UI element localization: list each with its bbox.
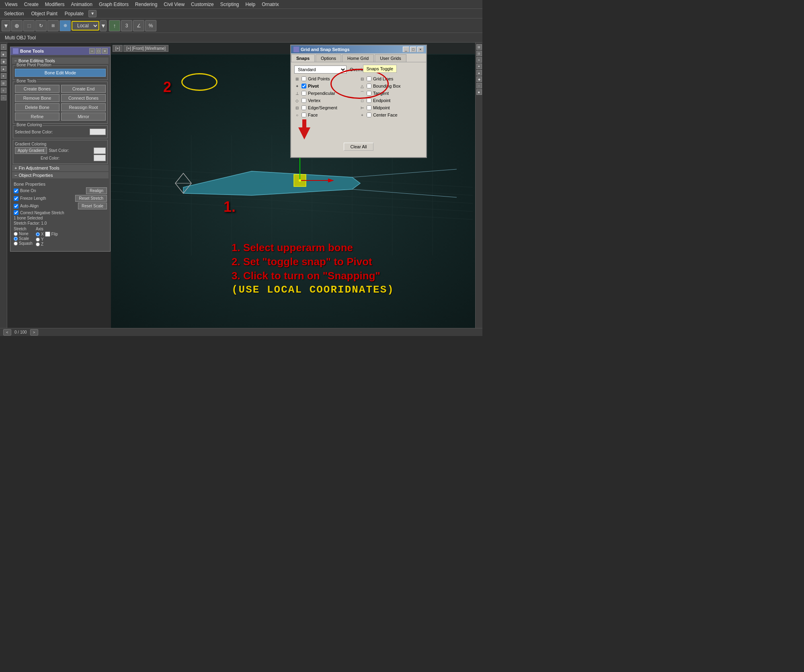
create-bones-btn[interactable]: Create Bones bbox=[15, 85, 59, 93]
right-sidebar-icon-3[interactable]: ≡ bbox=[476, 57, 482, 63]
menu-help[interactable]: Help bbox=[242, 1, 258, 8]
endpoint-checkbox[interactable] bbox=[367, 98, 371, 103]
toolbar-populate[interactable]: Populate bbox=[62, 10, 86, 17]
snap-dialog-close-btn[interactable]: × bbox=[417, 47, 424, 52]
sidebar-icon-8[interactable]: ○ bbox=[1, 95, 6, 100]
sidebar-icon-2[interactable]: ■ bbox=[1, 51, 6, 57]
bone-edit-mode-btn[interactable]: Bone Edit Mode bbox=[15, 69, 106, 77]
menu-modifiers[interactable]: Modifiers bbox=[42, 1, 68, 8]
toolbar-icon-1[interactable]: ▼ bbox=[2, 20, 10, 31]
toolbar-angle-snap-btn[interactable]: ∠ bbox=[133, 20, 144, 31]
menu-rendering[interactable]: Rendering bbox=[132, 1, 160, 8]
z-radio[interactable] bbox=[36, 242, 40, 246]
clear-all-btn[interactable]: Clear All bbox=[344, 143, 374, 151]
menu-graph-editors[interactable]: Graph Editors bbox=[96, 1, 132, 8]
right-sidebar-icon-8[interactable]: ■ bbox=[476, 89, 482, 95]
edge-segment-checkbox[interactable] bbox=[302, 105, 306, 110]
x-radio[interactable] bbox=[36, 232, 40, 236]
snap-dialog-maximize-btn[interactable]: □ bbox=[410, 47, 416, 52]
bounding-box-checkbox[interactable] bbox=[367, 84, 371, 88]
scale-radio[interactable] bbox=[14, 237, 18, 241]
right-sidebar-icon-2[interactable]: ⊟ bbox=[476, 51, 482, 56]
snap-tab-user-grids[interactable]: User Grids bbox=[375, 54, 406, 62]
perpendicular-checkbox[interactable] bbox=[302, 91, 306, 96]
status-prev-btn[interactable]: < bbox=[3, 329, 11, 336]
create-end-btn[interactable]: Create End bbox=[61, 85, 106, 93]
flip-checkbox[interactable] bbox=[45, 232, 50, 237]
delete-bone-btn[interactable]: Delete Bone bbox=[15, 103, 59, 111]
bone-on-checkbox[interactable] bbox=[14, 188, 18, 193]
bone-tools-minimize-btn[interactable]: − bbox=[89, 48, 95, 54]
sidebar-icon-4[interactable]: ▲ bbox=[1, 66, 6, 72]
selected-bone-color-swatch[interactable] bbox=[90, 129, 106, 135]
menu-create[interactable]: Create bbox=[21, 1, 42, 8]
menu-ornatrix[interactable]: Ornatrix bbox=[258, 1, 282, 8]
sidebar-icon-3[interactable]: ◆ bbox=[1, 59, 6, 64]
reassign-root-btn[interactable]: Reassign Root bbox=[61, 103, 106, 111]
auto-align-checkbox[interactable] bbox=[14, 204, 18, 209]
coord-dropdown-arrow[interactable]: ▼ bbox=[100, 20, 107, 31]
toolbar-scale-btn[interactable]: ⊞ bbox=[47, 20, 59, 31]
end-color-swatch[interactable] bbox=[94, 155, 106, 161]
grid-points-checkbox[interactable] bbox=[302, 76, 306, 81]
toolbar-percent-snap-btn[interactable]: % bbox=[145, 20, 156, 31]
freeze-length-checkbox[interactable] bbox=[14, 196, 18, 201]
menu-civil-view[interactable]: Civil View bbox=[160, 1, 188, 8]
status-next-btn[interactable]: > bbox=[30, 329, 38, 336]
squash-radio[interactable] bbox=[14, 242, 18, 246]
snap-dialog-minimize-btn[interactable]: _ bbox=[403, 47, 409, 52]
pivot-checkbox[interactable] bbox=[302, 84, 306, 88]
toolbar-snap-btn[interactable]: ↑ bbox=[109, 20, 120, 31]
mirror-btn[interactable]: Mirror bbox=[61, 113, 106, 121]
menu-views[interactable]: Views bbox=[2, 1, 21, 8]
refine-btn[interactable]: Refine bbox=[15, 113, 59, 121]
viewport-plus-btn[interactable]: [+] bbox=[113, 45, 123, 52]
toolbar-transform-btn[interactable]: ⊕ bbox=[59, 20, 71, 31]
reset-stretch-btn[interactable]: Reset Stretch bbox=[75, 195, 107, 202]
viewport[interactable]: [+] [+] [Front] [Wireframe] bbox=[111, 43, 475, 328]
snap-tab-home-grid[interactable]: Home Grid bbox=[342, 54, 374, 62]
bone-tools-close-btn[interactable]: × bbox=[102, 48, 108, 54]
vertex-checkbox[interactable] bbox=[302, 98, 306, 103]
menu-animation[interactable]: Animation bbox=[68, 1, 96, 8]
toolbar-selection[interactable]: Selection bbox=[2, 10, 26, 17]
snap-type-dropdown[interactable]: Standard bbox=[294, 66, 347, 74]
toolbar-select-btn[interactable]: ⊕ bbox=[11, 20, 23, 31]
toolbar-dropdown-btn[interactable]: ▼ bbox=[88, 10, 96, 17]
bone-tools-maximize-btn[interactable]: □ bbox=[96, 48, 101, 54]
coord-system-dropdown[interactable]: Local bbox=[72, 21, 99, 31]
reset-scale-btn[interactable]: Reset Scale bbox=[78, 203, 107, 209]
fin-adjustment-header[interactable]: + Fin Adjustment Tools bbox=[12, 165, 109, 171]
sidebar-icon-6[interactable]: ⊞ bbox=[1, 80, 6, 86]
editing-tools-toggle[interactable]: − bbox=[14, 59, 17, 63]
toolbar-rotate-btn[interactable]: ↻ bbox=[35, 20, 47, 31]
correct-neg-checkbox[interactable] bbox=[14, 210, 18, 215]
sidebar-icon-1[interactable]: + bbox=[1, 44, 6, 50]
viewport-view-btn[interactable]: [+] [Front] [Wireframe] bbox=[123, 45, 168, 52]
midpoint-checkbox[interactable] bbox=[367, 105, 371, 110]
object-properties-header[interactable]: − Object Properties bbox=[12, 172, 109, 178]
toolbar-3d-snap-btn[interactable]: 3 bbox=[121, 20, 132, 31]
sidebar-icon-5[interactable]: ✦ bbox=[1, 73, 6, 79]
remove-bone-btn[interactable]: Remove Bone bbox=[15, 94, 59, 102]
sidebar-icon-7[interactable]: ≡ bbox=[1, 88, 6, 93]
none-radio[interactable] bbox=[14, 232, 18, 236]
right-sidebar-icon-4[interactable]: ✦ bbox=[476, 64, 482, 69]
toolbar-object-paint[interactable]: Object Paint bbox=[29, 10, 59, 17]
start-color-swatch[interactable] bbox=[94, 148, 106, 154]
y-radio[interactable] bbox=[36, 238, 40, 242]
toolbar-move-btn[interactable]: ⬚ bbox=[23, 20, 35, 31]
center-face-checkbox[interactable] bbox=[367, 113, 371, 117]
realign-btn[interactable]: Realign bbox=[86, 187, 107, 194]
connect-bones-btn[interactable]: Connect Bones bbox=[61, 94, 106, 102]
right-sidebar-icon-7[interactable]: ○ bbox=[476, 83, 482, 88]
face-checkbox[interactable] bbox=[302, 113, 306, 117]
snap-tab-snaps[interactable]: Snaps bbox=[291, 54, 315, 62]
menu-scripting[interactable]: Scripting bbox=[217, 1, 242, 8]
right-sidebar-icon-6[interactable]: ◆ bbox=[476, 76, 482, 82]
grid-lines-checkbox[interactable] bbox=[367, 76, 371, 81]
menu-customize[interactable]: Customize bbox=[188, 1, 217, 8]
tangent-checkbox[interactable] bbox=[367, 91, 371, 96]
right-sidebar-icon-1[interactable]: ⊞ bbox=[476, 44, 482, 50]
snap-tab-options[interactable]: Options bbox=[316, 54, 341, 62]
